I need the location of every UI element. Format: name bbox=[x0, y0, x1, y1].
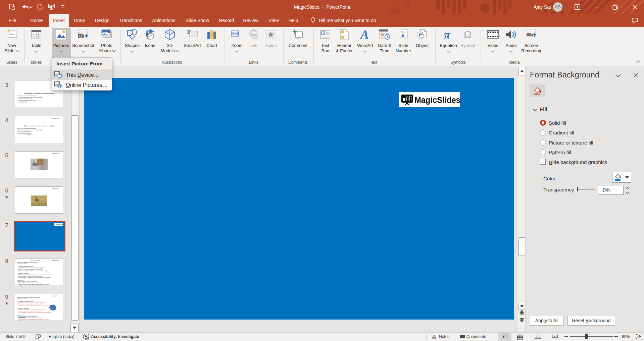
svg-text:Ω: Ω bbox=[464, 29, 472, 40]
svg-text:π: π bbox=[444, 29, 451, 40]
svg-text:A: A bbox=[360, 29, 369, 40]
svg-text:A: A bbox=[322, 32, 325, 35]
svg-text:#: # bbox=[401, 33, 404, 39]
